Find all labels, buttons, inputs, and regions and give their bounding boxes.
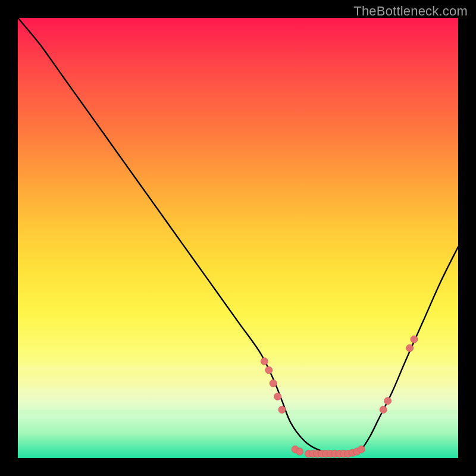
data-marker — [296, 448, 303, 455]
data-marker — [274, 393, 281, 400]
plot-area — [18, 18, 458, 458]
data-marker — [384, 397, 392, 405]
data-marker — [411, 336, 418, 343]
data-marker — [358, 446, 365, 453]
watermark-text: TheBottleneck.com — [353, 4, 468, 19]
data-marker — [406, 345, 414, 352]
data-marker — [380, 406, 387, 414]
chart-frame: TheBottleneck.com — [0, 0, 476, 476]
bottleneck-curve — [18, 18, 458, 455]
data-marker — [261, 358, 268, 365]
data-marker — [265, 367, 273, 374]
chart-svg — [18, 18, 458, 458]
data-marker — [270, 380, 277, 387]
data-markers — [261, 336, 418, 457]
data-marker — [278, 406, 286, 414]
